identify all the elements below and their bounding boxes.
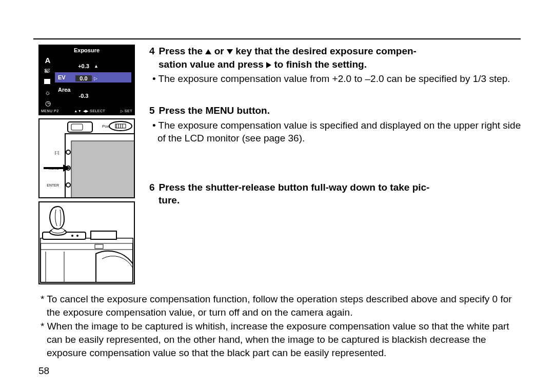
step-4-heading: 4Press the or key that the desired expos… xyxy=(149,45,527,58)
right-arrow-icon xyxy=(266,62,271,68)
lcd-row-minus: -0.3 xyxy=(55,91,131,101)
instruction-column: 4Press the or key that the desired expos… xyxy=(135,45,527,287)
step-text: key that the desired exposure compen- xyxy=(233,46,417,56)
lcd-title: Exposure xyxy=(39,47,134,53)
lcd-footer-right: ▷ SET xyxy=(121,109,132,113)
step-text: to finish the setting. xyxy=(271,59,367,70)
footnote-2: * When the image to be captured is whiti… xyxy=(38,320,527,359)
page-number: 58 xyxy=(38,365,49,377)
svg-rect-4 xyxy=(71,124,83,130)
figure-column: Exposure A ☼ ◷ +0.3 ▲ xyxy=(38,45,135,287)
lcd-row-plus: +0.3 ▲ xyxy=(55,61,131,71)
timer-icon: ◷ xyxy=(43,99,53,107)
svg-text:[□]: [□] xyxy=(55,151,59,155)
right-indicator-icon: ▷ xyxy=(94,76,97,81)
two-column-layout: Exposure A ☼ ◷ +0.3 ▲ xyxy=(38,45,527,287)
step-4-bullet: • The exposure compensation value from +… xyxy=(149,72,527,86)
lcd-side-icons: A ☼ ◷ xyxy=(42,56,54,107)
up-arrow-icon xyxy=(205,49,211,54)
figure-camera-buttons: Power [□] MENU ENTER xyxy=(38,118,135,198)
svg-text:ENTER: ENTER xyxy=(47,183,59,187)
down-arrow-icon xyxy=(227,49,233,54)
lcd-value: +0.3 xyxy=(75,63,92,69)
lcd-value: -0.3 xyxy=(75,93,92,99)
step-text: Press the xyxy=(159,46,206,56)
step-5-heading: 5Press the MENU button. xyxy=(149,104,527,117)
ev-icon xyxy=(43,67,53,74)
step-text: or xyxy=(211,46,227,56)
step-text: ture. xyxy=(159,195,180,205)
svg-point-29 xyxy=(76,235,78,237)
lcd-footer: MENU P2 ▲▼ ◀▶ SELECT ▷ SET xyxy=(41,109,132,113)
lcd-values: +0.3 ▲ EV . 0.0 ▷ Area . xyxy=(55,55,131,107)
step-number: 5 xyxy=(149,105,155,116)
svg-rect-2 xyxy=(71,141,134,197)
step-number: 4 xyxy=(149,46,155,56)
top-rule xyxy=(33,38,521,39)
lcd-value: 0.0 xyxy=(75,75,92,81)
lcd-row-zero: . 0.0 ▷ xyxy=(55,73,131,84)
step-5-bullet: • The exposure compensation value is spe… xyxy=(149,119,527,145)
footnotes: * To cancel the exposure compensation fu… xyxy=(38,293,527,359)
up-indicator-icon: ▲ xyxy=(94,64,98,69)
mode-a-icon: A xyxy=(43,56,53,64)
svg-rect-30 xyxy=(91,231,116,239)
manual-page: Exposure A ☼ ◷ +0.3 ▲ xyxy=(0,0,554,392)
brightness-icon: ☼ xyxy=(43,89,53,96)
lcd-footer-mid: ▲▼ ◀▶ SELECT xyxy=(74,109,105,113)
step-text: Press the MENU button. xyxy=(159,105,270,116)
footnote-1: * To cancel the exposure compensation fu… xyxy=(38,293,527,319)
content-area: Exposure A ☼ ◷ +0.3 ▲ xyxy=(38,45,527,377)
svg-point-28 xyxy=(71,235,73,237)
step-4-heading-line2: sation value and press to finish the set… xyxy=(149,58,527,71)
svg-point-11 xyxy=(66,150,70,154)
svg-point-13 xyxy=(66,183,70,187)
step-6-heading: 6Press the shutter-release button full-w… xyxy=(149,181,527,194)
figure-lcd-menu: Exposure A ☼ ◷ +0.3 ▲ xyxy=(38,45,135,115)
figure-camera-shutter xyxy=(38,201,135,284)
step-6-heading-line2: ture. xyxy=(149,194,527,207)
lcd-footer-left: MENU P2 xyxy=(41,109,59,113)
step-text: Press the shutter-release button full-wa… xyxy=(159,182,430,193)
area-icon xyxy=(43,78,53,86)
svg-rect-31 xyxy=(95,244,103,249)
step-number: 6 xyxy=(149,182,155,193)
step-text: sation value and press xyxy=(159,59,266,70)
